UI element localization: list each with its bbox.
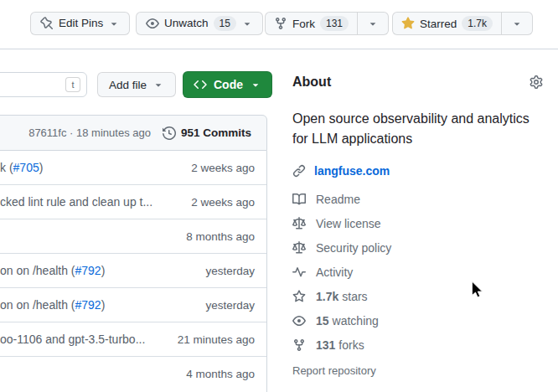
- commit-message[interactable]: cked lint rule and clean up t...: [0, 195, 181, 209]
- forks-link[interactable]: 131forks: [292, 338, 543, 352]
- about-title: About: [292, 75, 331, 90]
- law-icon: [292, 241, 306, 255]
- latest-commit-bar: 87611fc · 18 minutes ago 951 Commits: [0, 115, 267, 151]
- watching-link[interactable]: 15watching: [292, 314, 543, 328]
- add-file-button[interactable]: Add file: [97, 72, 176, 97]
- stars-link[interactable]: 1.7kstars: [292, 290, 543, 303]
- fork-icon: [292, 338, 306, 352]
- eye-icon: [146, 17, 159, 30]
- github-repo-page: Edit Pins Unwatch 15 Fork 131 Starred 1.: [0, 0, 558, 392]
- commits-count-label: 951 Commits: [181, 126, 251, 139]
- pulse-icon: [292, 266, 306, 279]
- repo-settings-button[interactable]: [530, 75, 543, 89]
- code-label: Code: [214, 78, 243, 91]
- about-links-list: Readme View license Security policy Acti…: [292, 193, 543, 352]
- pin-icon: [40, 17, 54, 30]
- chevron-down-icon: [241, 18, 253, 29]
- link-icon: [292, 164, 306, 178]
- commit-history-link[interactable]: 951 Commits: [163, 126, 251, 140]
- history-icon: [163, 126, 176, 140]
- activity-link[interactable]: Activity: [292, 266, 543, 279]
- go-to-file-input[interactable]: t: [0, 72, 87, 97]
- commit-message[interactable]: on on /health (#792): [0, 298, 195, 312]
- commit-time: 18 minutes ago: [76, 126, 151, 139]
- eye-icon: [292, 314, 306, 328]
- report-repository-link[interactable]: Report repository: [292, 364, 543, 377]
- watch-count-badge: 15: [214, 16, 236, 31]
- edit-pins-button[interactable]: Edit Pins: [30, 12, 130, 35]
- repo-action-bar: Edit Pins Unwatch 15 Fork 131 Starred 1.: [0, 0, 558, 49]
- repo-website-row: langfuse.com: [292, 164, 543, 178]
- table-row[interactable]: on on /health (#792) yesterday: [0, 288, 266, 322]
- table-row[interactable]: 4 months ago: [0, 357, 266, 391]
- about-section: About Open source observability and anal…: [292, 72, 543, 377]
- add-file-label: Add file: [109, 79, 147, 91]
- fork-button[interactable]: Fork 131: [266, 13, 357, 34]
- about-header: About: [292, 72, 543, 92]
- code-button[interactable]: Code: [183, 71, 272, 98]
- file-table: k (#705) 2 weeks ago cked lint rule and …: [0, 151, 267, 392]
- fork-button-group: Fork 131: [265, 12, 389, 35]
- commit-message[interactable]: oo-1106 and gpt-3.5-turbo...: [0, 333, 168, 346]
- commit-sha[interactable]: 87611fc: [28, 126, 66, 139]
- unwatch-button[interactable]: Unwatch 15: [136, 12, 263, 35]
- fork-dropdown-button[interactable]: [357, 13, 388, 34]
- security-policy-link[interactable]: Security policy: [292, 241, 543, 255]
- chevron-down-icon: [108, 18, 120, 29]
- table-row[interactable]: 8 months ago: [0, 219, 266, 254]
- commit-age: yesterday: [205, 299, 255, 312]
- commit-meta[interactable]: 87611fc · 18 minutes ago: [28, 126, 151, 139]
- star-dropdown-button[interactable]: [501, 13, 532, 34]
- commit-message[interactable]: k (#705): [0, 161, 181, 174]
- commit-age: 21 minutes ago: [178, 333, 255, 346]
- book-icon: [292, 193, 306, 206]
- keyboard-shortcut-hint: t: [65, 77, 80, 92]
- commit-age: 4 months ago: [186, 368, 255, 380]
- commit-age: yesterday: [205, 265, 255, 277]
- star-filled-icon: [401, 17, 415, 30]
- chevron-down-icon: [152, 79, 164, 90]
- starred-button[interactable]: Starred 1.7k: [393, 13, 501, 34]
- star-icon: [292, 290, 306, 303]
- fork-count-badge: 131: [320, 16, 349, 31]
- unwatch-label: Unwatch: [164, 13, 209, 34]
- view-license-link[interactable]: View license: [292, 217, 543, 230]
- commit-age: 2 weeks ago: [191, 162, 255, 174]
- table-row[interactable]: k (#705) 2 weeks ago: [0, 151, 266, 185]
- repo-description: Open source observability and analytics …: [292, 109, 543, 149]
- edit-pins-label: Edit Pins: [59, 13, 103, 34]
- issue-link[interactable]: #792: [75, 298, 101, 312]
- commit-age: 2 weeks ago: [191, 196, 255, 209]
- chevron-down-icon: [250, 79, 261, 90]
- starred-label: Starred: [420, 18, 457, 30]
- issue-link[interactable]: #792: [75, 264, 101, 277]
- commit-age: 8 months ago: [186, 230, 255, 243]
- gear-icon: [530, 75, 543, 89]
- fork-label: Fork: [292, 18, 315, 30]
- code-icon: [194, 78, 207, 91]
- star-count-badge: 1.7k: [462, 16, 493, 31]
- star-button-group: Starred 1.7k: [392, 12, 533, 35]
- table-row[interactable]: cked lint rule and clean up t... 2 weeks…: [0, 185, 266, 219]
- commit-separator: ·: [70, 126, 73, 139]
- commit-message[interactable]: on on /health (#792): [0, 264, 195, 277]
- fork-icon: [274, 17, 287, 30]
- readme-link[interactable]: Readme: [292, 193, 543, 206]
- law-icon: [292, 217, 306, 230]
- chevron-down-icon: [367, 18, 379, 29]
- issue-link[interactable]: #705: [13, 161, 39, 174]
- repo-website-link[interactable]: langfuse.com: [314, 164, 390, 178]
- table-row[interactable]: oo-1106 and gpt-3.5-turbo... 21 minutes …: [0, 322, 266, 357]
- chevron-down-icon: [511, 18, 523, 29]
- table-row[interactable]: on on /health (#792) yesterday: [0, 254, 266, 288]
